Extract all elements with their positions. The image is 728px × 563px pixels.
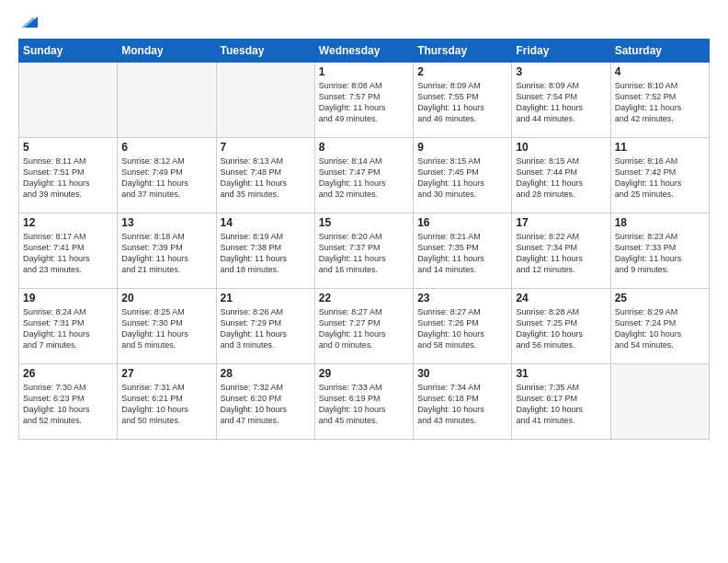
calendar-cell: 30Sunrise: 7:34 AM Sunset: 6:18 PM Dayli… [414, 364, 512, 440]
week-row-3: 19Sunrise: 8:24 AM Sunset: 7:31 PM Dayli… [19, 289, 710, 364]
day-info: Sunrise: 8:27 AM Sunset: 7:26 PM Dayligh… [417, 306, 507, 351]
day-info: Sunrise: 7:34 AM Sunset: 6:18 PM Dayligh… [417, 382, 507, 427]
weekday-header-tuesday: Tuesday [216, 40, 314, 63]
calendar-cell: 8Sunrise: 8:14 AM Sunset: 7:47 PM Daylig… [314, 138, 413, 213]
day-info: Sunrise: 8:08 AM Sunset: 7:57 PM Dayligh… [319, 80, 409, 125]
weekday-header-saturday: Saturday [610, 40, 709, 63]
weekday-header-wednesday: Wednesday [314, 40, 413, 63]
calendar-cell: 24Sunrise: 8:28 AM Sunset: 7:25 PM Dayli… [512, 289, 610, 364]
calendar-cell: 10Sunrise: 8:15 AM Sunset: 7:44 PM Dayli… [512, 138, 610, 213]
day-info: Sunrise: 8:21 AM Sunset: 7:35 PM Dayligh… [417, 231, 507, 276]
day-info: Sunrise: 8:22 AM Sunset: 7:34 PM Dayligh… [516, 231, 606, 276]
day-info: Sunrise: 8:17 AM Sunset: 7:41 PM Dayligh… [23, 231, 113, 276]
day-number: 30 [417, 367, 507, 380]
day-info: Sunrise: 8:26 AM Sunset: 7:29 PM Dayligh… [221, 306, 311, 351]
day-info: Sunrise: 8:28 AM Sunset: 7:25 PM Dayligh… [516, 306, 606, 351]
calendar-cell: 2Sunrise: 8:09 AM Sunset: 7:55 PM Daylig… [414, 63, 512, 138]
svg-marker-1 [21, 17, 34, 28]
weekday-header-monday: Monday [118, 40, 216, 63]
calendar-cell: 14Sunrise: 8:19 AM Sunset: 7:38 PM Dayli… [216, 213, 314, 289]
day-info: Sunrise: 7:30 AM Sunset: 6:23 PM Dayligh… [23, 382, 113, 427]
day-number: 16 [417, 216, 507, 229]
calendar-cell: 15Sunrise: 8:20 AM Sunset: 7:37 PM Dayli… [314, 213, 413, 289]
day-info: Sunrise: 8:10 AM Sunset: 7:52 PM Dayligh… [615, 80, 705, 125]
calendar-cell: 13Sunrise: 8:18 AM Sunset: 7:39 PM Dayli… [118, 213, 216, 289]
day-number: 17 [516, 216, 606, 229]
day-number: 22 [319, 292, 409, 304]
day-number: 26 [23, 367, 113, 380]
calendar-cell [19, 63, 118, 138]
day-info: Sunrise: 8:09 AM Sunset: 7:55 PM Dayligh… [417, 80, 507, 125]
day-number: 23 [417, 292, 507, 304]
day-number: 10 [516, 141, 606, 154]
calendar-cell: 4Sunrise: 8:10 AM Sunset: 7:52 PM Daylig… [610, 63, 709, 138]
day-number: 29 [319, 367, 409, 380]
day-info: Sunrise: 8:15 AM Sunset: 7:44 PM Dayligh… [516, 155, 606, 201]
calendar-cell: 6Sunrise: 8:12 AM Sunset: 7:49 PM Daylig… [118, 138, 216, 213]
header [18, 17, 710, 29]
calendar-cell: 29Sunrise: 7:33 AM Sunset: 6:19 PM Dayli… [314, 364, 413, 440]
weekday-header-thursday: Thursday [414, 40, 512, 63]
day-info: Sunrise: 8:13 AM Sunset: 7:48 PM Dayligh… [221, 155, 311, 201]
day-number: 27 [121, 367, 211, 380]
day-info: Sunrise: 8:19 AM Sunset: 7:38 PM Dayligh… [221, 231, 311, 276]
calendar-cell: 27Sunrise: 7:31 AM Sunset: 6:21 PM Dayli… [118, 364, 216, 440]
calendar-cell [118, 63, 216, 138]
day-info: Sunrise: 8:12 AM Sunset: 7:49 PM Dayligh… [121, 155, 211, 201]
day-number: 18 [615, 216, 705, 229]
day-info: Sunrise: 7:35 AM Sunset: 6:17 PM Dayligh… [516, 382, 606, 427]
day-info: Sunrise: 7:33 AM Sunset: 6:19 PM Dayligh… [319, 382, 409, 427]
day-number: 2 [417, 65, 507, 78]
weekday-header-row: SundayMondayTuesdayWednesdayThursdayFrid… [19, 40, 710, 63]
day-info: Sunrise: 7:32 AM Sunset: 6:20 PM Dayligh… [221, 382, 311, 427]
day-number: 4 [615, 65, 705, 78]
day-info: Sunrise: 8:15 AM Sunset: 7:45 PM Dayligh… [417, 155, 507, 201]
calendar-cell: 22Sunrise: 8:27 AM Sunset: 7:27 PM Dayli… [314, 289, 413, 364]
calendar-cell: 16Sunrise: 8:21 AM Sunset: 7:35 PM Dayli… [414, 213, 512, 289]
day-number: 1 [319, 65, 409, 78]
day-info: Sunrise: 8:25 AM Sunset: 7:30 PM Dayligh… [121, 306, 211, 351]
day-info: Sunrise: 8:14 AM Sunset: 7:47 PM Dayligh… [319, 155, 409, 201]
calendar-cell [610, 364, 709, 440]
day-number: 21 [221, 292, 311, 304]
day-info: Sunrise: 8:29 AM Sunset: 7:24 PM Dayligh… [615, 306, 705, 351]
day-number: 19 [23, 292, 113, 304]
weekday-header-sunday: Sunday [19, 40, 118, 63]
calendar-cell: 26Sunrise: 7:30 AM Sunset: 6:23 PM Dayli… [19, 364, 118, 440]
calendar-cell: 18Sunrise: 8:23 AM Sunset: 7:33 PM Dayli… [610, 213, 709, 289]
week-row-2: 12Sunrise: 8:17 AM Sunset: 7:41 PM Dayli… [19, 213, 710, 289]
calendar-cell: 17Sunrise: 8:22 AM Sunset: 7:34 PM Dayli… [512, 213, 610, 289]
calendar-cell: 28Sunrise: 7:32 AM Sunset: 6:20 PM Dayli… [216, 364, 314, 440]
day-info: Sunrise: 8:24 AM Sunset: 7:31 PM Dayligh… [23, 306, 113, 351]
day-number: 15 [319, 216, 409, 229]
page: SundayMondayTuesdayWednesdayThursdayFrid… [0, 0, 728, 563]
day-number: 14 [221, 216, 311, 229]
logo-icon [21, 13, 38, 29]
calendar-cell [216, 63, 314, 138]
day-number: 20 [121, 292, 211, 304]
logo [18, 17, 38, 29]
calendar-cell: 21Sunrise: 8:26 AM Sunset: 7:29 PM Dayli… [216, 289, 314, 364]
calendar-cell: 25Sunrise: 8:29 AM Sunset: 7:24 PM Dayli… [610, 289, 709, 364]
calendar-cell: 19Sunrise: 8:24 AM Sunset: 7:31 PM Dayli… [19, 289, 118, 364]
calendar-cell: 23Sunrise: 8:27 AM Sunset: 7:26 PM Dayli… [414, 289, 512, 364]
day-info: Sunrise: 8:27 AM Sunset: 7:27 PM Dayligh… [319, 306, 409, 351]
day-number: 5 [23, 141, 113, 154]
calendar: SundayMondayTuesdayWednesdayThursdayFrid… [18, 39, 710, 440]
day-number: 12 [23, 216, 113, 229]
week-row-1: 5Sunrise: 8:11 AM Sunset: 7:51 PM Daylig… [19, 138, 710, 213]
day-number: 13 [121, 216, 211, 229]
day-info: Sunrise: 8:20 AM Sunset: 7:37 PM Dayligh… [319, 231, 409, 276]
calendar-cell: 1Sunrise: 8:08 AM Sunset: 7:57 PM Daylig… [314, 63, 413, 138]
day-info: Sunrise: 8:11 AM Sunset: 7:51 PM Dayligh… [23, 155, 113, 201]
day-info: Sunrise: 8:18 AM Sunset: 7:39 PM Dayligh… [121, 231, 211, 276]
calendar-cell: 31Sunrise: 7:35 AM Sunset: 6:17 PM Dayli… [512, 364, 610, 440]
day-number: 28 [221, 367, 311, 380]
weekday-header-friday: Friday [512, 40, 610, 63]
calendar-cell: 5Sunrise: 8:11 AM Sunset: 7:51 PM Daylig… [19, 138, 118, 213]
day-number: 8 [319, 141, 409, 154]
week-row-0: 1Sunrise: 8:08 AM Sunset: 7:57 PM Daylig… [19, 63, 710, 138]
day-info: Sunrise: 8:09 AM Sunset: 7:54 PM Dayligh… [516, 80, 606, 125]
day-number: 31 [516, 367, 606, 380]
day-info: Sunrise: 7:31 AM Sunset: 6:21 PM Dayligh… [121, 382, 211, 427]
